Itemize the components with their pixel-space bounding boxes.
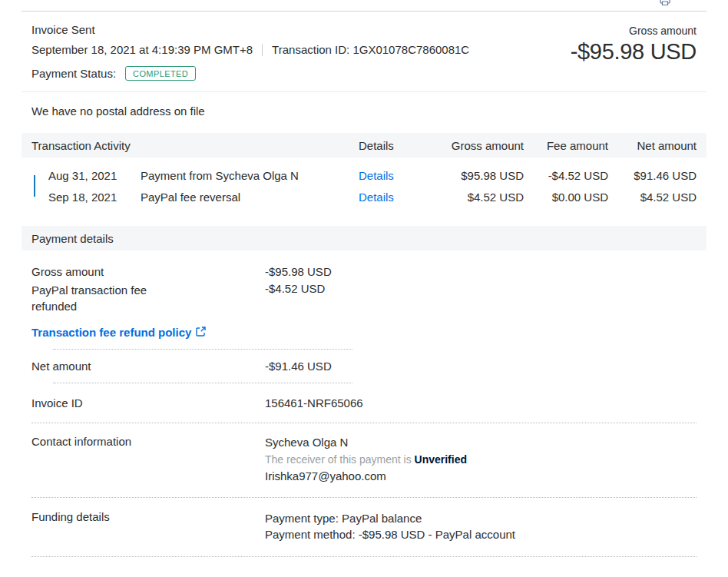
column-header-details: Details <box>359 139 420 152</box>
funding-info: Payment type: PayPal balance Payment met… <box>265 510 697 542</box>
receiver-note-prefix: The receiver of this payment is <box>265 453 415 466</box>
dotted-divider <box>31 556 697 557</box>
invoice-id-row: Invoice ID 156461-NRF65066 <box>22 383 706 423</box>
column-header-gross: Gross amount <box>420 139 524 152</box>
status-row: Payment Status: COMPLETED <box>31 66 469 81</box>
transaction-detail-page: Invoice Sent September 18, 2021 at 4:19:… <box>0 11 728 557</box>
activity-rows: Aug 31, 2021 Payment from Sycheva Olga N… <box>22 158 706 217</box>
row-description: Payment from Sycheva Olga N <box>141 169 359 182</box>
transaction-card: Invoice Sent September 18, 2021 at 4:19:… <box>22 11 706 557</box>
vertical-divider <box>262 44 263 56</box>
contact-info: Sycheva Olga N The receiver of this paym… <box>265 435 697 484</box>
gross-value: -$95.98 USD <box>265 265 697 278</box>
invoice-id-label: Invoice ID <box>31 396 265 410</box>
transaction-fee-row: PayPal transaction fee refunded -$4.52 U… <box>22 282 706 320</box>
table-row: Aug 31, 2021 Payment from Sycheva Olga N… <box>31 164 697 186</box>
row-date: Sep 18, 2021 <box>48 191 141 204</box>
invoice-id-value: 156461-NRF65066 <box>265 396 697 410</box>
date-row: September 18, 2021 at 4:19:39 PM GMT+8 T… <box>31 43 469 56</box>
fee-label: PayPal transaction fee refunded <box>31 282 189 314</box>
header-left: Invoice Sent September 18, 2021 at 4:19:… <box>31 23 469 81</box>
gross-amount-value: -$95.98 USD <box>571 39 697 65</box>
net-amount-row: Net amount -$91.46 USD <box>22 350 706 373</box>
funding-method: Payment method: -$95.98 USD - PayPal acc… <box>265 526 697 542</box>
row-fee: -$4.52 USD <box>524 169 608 182</box>
row-net: $4.52 USD <box>608 191 697 204</box>
row-net: $91.46 USD <box>608 169 697 182</box>
payment-status-label: Payment Status: <box>31 67 116 80</box>
row-gross: $95.98 USD <box>420 169 524 182</box>
print-icon[interactable] <box>659 0 671 8</box>
postal-note: We have no postal address on file <box>22 92 706 133</box>
contact-email: Irishka977@yahoo.com <box>265 469 697 484</box>
fee-refund-policy-link[interactable]: Transaction fee refund policy <box>31 326 206 339</box>
external-link-icon <box>196 326 206 339</box>
contact-label: Contact information <box>31 435 265 484</box>
net-label: Net amount <box>31 360 265 373</box>
page-title: Invoice Sent <box>31 23 469 36</box>
row-description: PayPal fee reversal <box>141 191 359 204</box>
funding-label: Funding details <box>31 510 265 542</box>
receiver-note: The receiver of this payment is Unverifi… <box>265 452 697 467</box>
column-header-net: Net amount <box>608 139 697 152</box>
gross-amount-label: Gross amount <box>571 25 697 37</box>
contact-information-row: Contact information Sycheva Olga N The r… <box>22 423 706 497</box>
net-value: -$91.46 USD <box>265 360 697 373</box>
contact-name: Sycheva Olga N <box>265 435 697 450</box>
status-badge: COMPLETED <box>125 66 196 81</box>
row-date: Aug 31, 2021 <box>48 169 141 182</box>
payment-details-body: Gross amount -$95.98 USD PayPal transact… <box>22 250 706 557</box>
funding-details-row: Funding details Payment type: PayPal bal… <box>22 498 706 556</box>
details-link[interactable]: Details <box>359 169 394 182</box>
receiver-status: Unverified <box>415 453 467 466</box>
activity-title: Transaction Activity <box>31 139 359 152</box>
fee-value: -$4.52 USD <box>265 282 697 314</box>
header-right: Gross amount -$95.98 USD <box>571 23 697 81</box>
row-gross: $4.52 USD <box>420 191 524 204</box>
timeline-connector <box>34 175 35 197</box>
transaction-date: September 18, 2021 at 4:19:39 PM GMT+8 <box>31 43 253 56</box>
transaction-id: Transaction ID: 1GX01078C7860081C <box>272 43 469 56</box>
policy-row: Transaction fee refund policy <box>22 320 706 339</box>
row-fee: $0.00 USD <box>524 191 608 204</box>
payment-details-title: Payment details <box>31 232 114 245</box>
details-link[interactable]: Details <box>359 191 394 204</box>
funding-type: Payment type: PayPal balance <box>265 510 697 526</box>
table-row: Sep 18, 2021 PayPal fee reversal Details… <box>31 186 697 207</box>
payment-details-header-bar: Payment details <box>22 226 706 250</box>
gross-label: Gross amount <box>31 265 265 278</box>
gross-amount-row: Gross amount -$95.98 USD <box>22 250 706 282</box>
transaction-header: Invoice Sent September 18, 2021 at 4:19:… <box>22 12 706 91</box>
fee-refund-policy-label: Transaction fee refund policy <box>31 326 191 339</box>
activity-header-bar: Transaction Activity Details Gross amoun… <box>22 133 706 158</box>
column-header-fee: Fee amount <box>524 139 608 152</box>
